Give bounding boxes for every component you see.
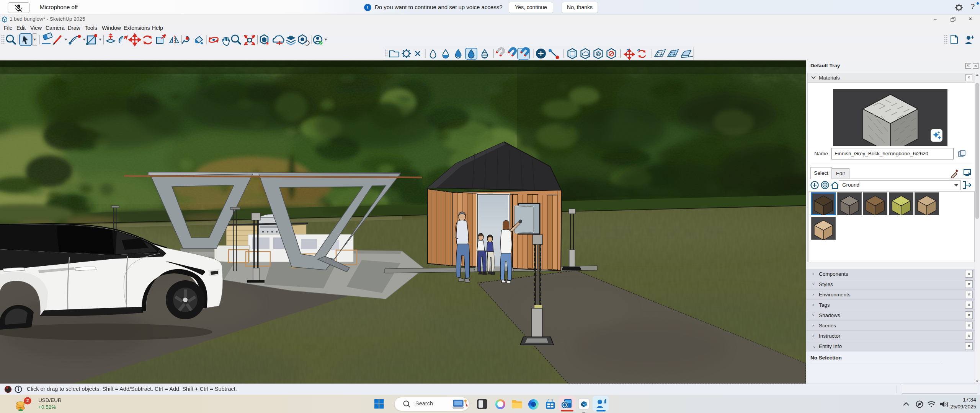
svg-text:2: 2 <box>26 398 29 403</box>
